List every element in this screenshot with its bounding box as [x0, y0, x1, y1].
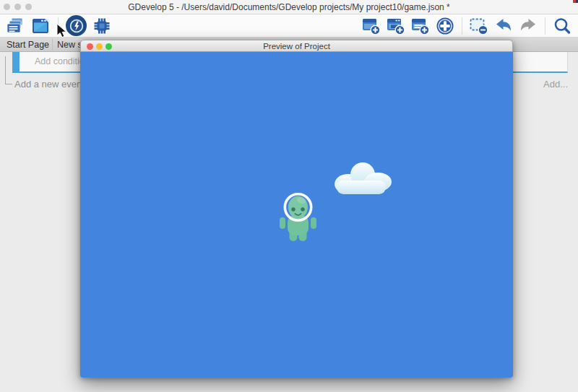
add-event-icon[interactable]: [361, 16, 381, 36]
redo-icon[interactable]: [518, 16, 538, 36]
add-action-link[interactable]: Add...: [543, 79, 568, 90]
add-new-event-link[interactable]: Add a new event: [14, 79, 85, 90]
scene-editor-icon[interactable]: [30, 16, 51, 36]
search-icon[interactable]: [552, 16, 572, 36]
delete-event-icon[interactable]: [469, 16, 489, 36]
add-circle-icon[interactable]: [435, 16, 455, 36]
event-tree-line: [5, 84, 12, 84]
game-canvas[interactable]: [80, 52, 513, 378]
debug-icon[interactable]: [92, 16, 112, 36]
main-toolbar: [0, 14, 578, 38]
undo-icon[interactable]: [493, 16, 514, 36]
gdevelop-app-window: GDevelop 5 - /Users/david/Documents/GDev…: [0, 0, 578, 392]
app-titlebar: GDevelop 5 - /Users/david/Documents/GDev…: [0, 0, 578, 14]
add-comment-icon[interactable]: [410, 16, 431, 36]
add-subevent-icon[interactable]: [386, 16, 406, 36]
tab-start-page[interactable]: Start Page: [7, 38, 49, 52]
project-manager-icon[interactable]: [5, 16, 25, 36]
screen-corner-mark: [573, 0, 578, 3]
cloud-sprite: [329, 160, 396, 196]
preview-icon[interactable]: [66, 15, 87, 36]
toolbar-divider: [545, 17, 545, 35]
toolbar-divider: [462, 17, 462, 35]
app-title: GDevelop 5 - /Users/david/Documents/GDev…: [0, 0, 578, 14]
event-drag-handle[interactable]: [12, 52, 20, 71]
toolbar-right-group: [361, 14, 572, 38]
preview-window-title: Preview of Project: [81, 40, 512, 53]
mouse-cursor-icon: [56, 23, 67, 38]
preview-window[interactable]: Preview of Project: [80, 40, 513, 378]
alien-player-sprite: [277, 188, 319, 243]
tab-divider: [52, 39, 53, 51]
preview-titlebar[interactable]: Preview of Project: [80, 40, 513, 52]
event-tree-line: [5, 56, 6, 84]
